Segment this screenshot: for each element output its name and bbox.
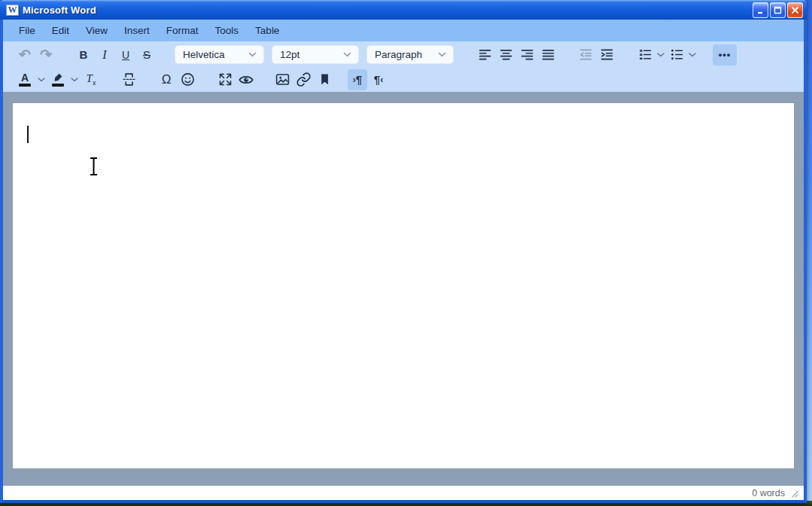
text-color-swatch <box>19 84 31 86</box>
numbered-list-button[interactable] <box>636 44 654 66</box>
outdent-button[interactable] <box>576 44 595 66</box>
indent-button[interactable] <box>597 44 616 66</box>
word-app-icon: W <box>6 5 19 16</box>
maximize-button[interactable] <box>770 2 786 18</box>
align-right-icon <box>519 47 535 62</box>
ltr-pilcrow-icon: ¶ <box>356 74 362 85</box>
preview-button[interactable] <box>236 69 256 90</box>
redo-icon: ↷ <box>40 47 52 62</box>
align-justify-button[interactable] <box>538 44 558 66</box>
more-icon: ••• <box>719 50 731 59</box>
text-caret <box>27 126 29 143</box>
minimize-button[interactable] <box>753 2 768 18</box>
text-color-icon: A <box>21 72 29 83</box>
image-icon <box>275 72 290 87</box>
document-page[interactable] <box>13 103 794 468</box>
editor-canvas <box>3 92 804 486</box>
special-character-button[interactable]: Ω <box>157 69 176 90</box>
align-left-button[interactable] <box>475 44 494 66</box>
page-break-icon <box>121 72 137 87</box>
font-size-value: 12pt <box>280 49 300 60</box>
menu-view[interactable]: View <box>78 20 116 41</box>
highlight-color-chevron[interactable] <box>69 69 80 90</box>
numbered-list-icon <box>637 47 653 62</box>
window-title: Microsoft Word <box>23 5 96 16</box>
bookmark-icon <box>318 72 332 87</box>
insert-image-button[interactable] <box>272 69 292 90</box>
italic-button[interactable]: I <box>95 44 114 66</box>
underline-button[interactable]: U <box>116 44 135 66</box>
menu-edit[interactable]: Edit <box>44 20 78 41</box>
menubar: File Edit View Insert Format Tools Table <box>3 20 804 41</box>
maximize-icon <box>774 6 782 14</box>
ltr-button[interactable]: › ¶ <box>348 69 367 90</box>
text-color-button[interactable]: A <box>15 69 35 90</box>
chevron-down-icon <box>343 52 351 57</box>
titlebar: W Microsoft Word <box>0 0 807 20</box>
menu-file[interactable]: File <box>11 20 44 41</box>
fullscreen-button[interactable] <box>215 69 235 90</box>
font-family-select[interactable]: Helvetica <box>175 45 264 64</box>
redo-button[interactable]: ↷ <box>36 44 56 66</box>
page-break-button[interactable] <box>119 69 138 90</box>
special-character-icon: Ω <box>162 73 172 86</box>
close-icon <box>791 6 799 14</box>
highlight-pen-icon <box>52 72 65 83</box>
bold-button[interactable]: B <box>74 44 93 66</box>
align-justify-icon <box>540 47 556 62</box>
text-color-chevron[interactable] <box>36 69 47 90</box>
font-family-value: Helvetica <box>183 49 225 60</box>
insert-link-button[interactable] <box>293 69 313 90</box>
menu-tools[interactable]: Tools <box>207 20 248 41</box>
clear-formatting-button[interactable]: Tx <box>81 69 101 90</box>
align-center-button[interactable] <box>496 44 515 66</box>
block-format-select[interactable]: Paragraph <box>366 45 454 64</box>
align-center-icon <box>498 47 514 62</box>
link-icon <box>296 72 312 87</box>
bullet-list-button[interactable] <box>668 44 686 66</box>
align-left-icon <box>477 47 493 62</box>
highlight-color-button[interactable] <box>48 69 68 90</box>
chevron-down-icon <box>438 52 446 57</box>
eye-icon <box>238 72 254 88</box>
window-body: File Edit View Insert Format Tools Table… <box>0 20 807 503</box>
numbered-list-chevron[interactable] <box>655 44 666 66</box>
font-size-select[interactable]: 12pt <box>272 45 359 64</box>
bullet-list-chevron[interactable] <box>687 44 698 66</box>
emoticon-icon <box>180 72 196 87</box>
block-format-value: Paragraph <box>375 49 422 60</box>
rtl-pilcrow-icon: ¶ <box>374 74 380 85</box>
fullscreen-icon <box>217 72 233 87</box>
outdent-icon <box>578 47 594 62</box>
mouse-ibeam-cursor <box>88 157 99 179</box>
chevron-down-icon <box>248 52 257 57</box>
menu-insert[interactable]: Insert <box>116 20 158 41</box>
statusbar: 0 words <box>3 486 804 500</box>
emoticons-button[interactable] <box>178 69 197 90</box>
undo-icon: ↶ <box>19 47 31 62</box>
rtl-arrow-icon: ‹ <box>380 75 383 84</box>
indent-icon <box>599 47 615 62</box>
clear-formatting-icon: Tx <box>87 73 96 87</box>
close-button[interactable] <box>787 2 803 18</box>
undo-button[interactable]: ↶ <box>15 44 35 66</box>
strikethrough-button[interactable]: S <box>137 44 157 66</box>
resize-grip-icon[interactable] <box>790 489 798 498</box>
highlight-color-swatch <box>52 84 64 86</box>
window-controls <box>753 2 803 18</box>
word-count: 0 words <box>752 488 785 498</box>
word-app-icon-letter: W <box>8 5 17 14</box>
minimize-icon <box>756 6 765 14</box>
word-window: W Microsoft Word File <box>0 0 807 503</box>
menu-table[interactable]: Table <box>247 20 287 41</box>
anchor-button[interactable] <box>315 69 334 90</box>
toolbar: ↶ ↷ B I U S Helvetica 12pt <box>3 41 804 92</box>
menu-format[interactable]: Format <box>158 20 207 41</box>
bullet-list-icon <box>669 47 685 62</box>
toolbar-row-2: A Tx Ω <box>3 67 804 92</box>
toolbar-row-1: ↶ ↷ B I U S Helvetica 12pt <box>3 42 804 67</box>
more-toolbar-button[interactable]: ••• <box>713 44 737 66</box>
rtl-button[interactable]: ¶ ‹ <box>369 69 388 90</box>
align-right-button[interactable] <box>517 44 537 66</box>
